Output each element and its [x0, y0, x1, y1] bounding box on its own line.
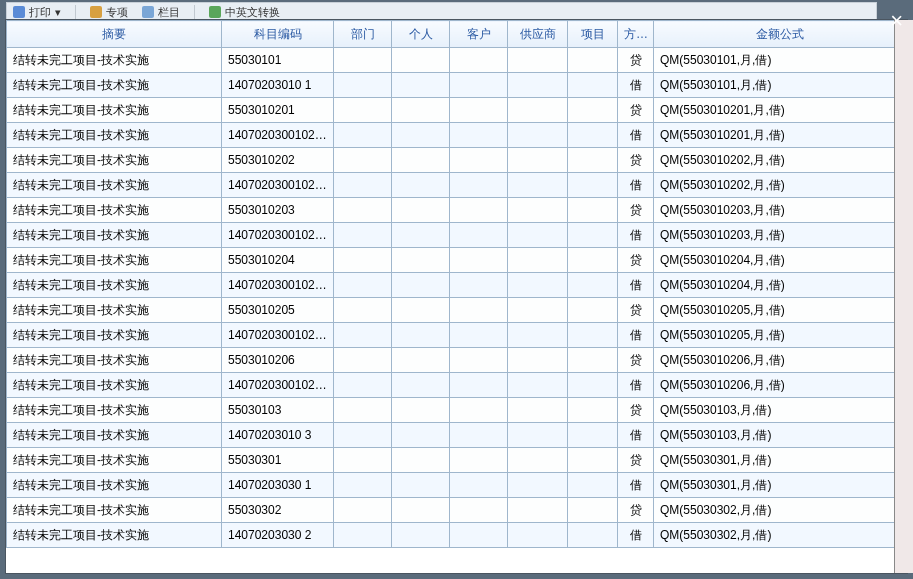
- cell-person: [392, 298, 450, 323]
- cell-direction: 贷: [618, 398, 654, 423]
- cell-formula: QM(5503010204,月,借): [654, 273, 907, 298]
- table-row[interactable]: 结转未完工项目-技术实施14070203010 1借QM(55030101,月,…: [7, 73, 907, 98]
- col-customer[interactable]: 客户: [450, 21, 508, 48]
- cell-person: [392, 148, 450, 173]
- col-direction[interactable]: 方向: [618, 21, 654, 48]
- cell-dept: [334, 523, 392, 548]
- cell-dept: [334, 73, 392, 98]
- col-code[interactable]: 科目编码: [222, 21, 334, 48]
- table-row[interactable]: 结转未完工项目-技术实施140702030010206借QM(550301020…: [7, 373, 907, 398]
- toolbar-separator: [194, 5, 195, 19]
- cell-customer: [450, 348, 508, 373]
- cell-supplier: [508, 323, 568, 348]
- cell-dept: [334, 323, 392, 348]
- special-button[interactable]: 专项: [90, 5, 128, 20]
- table-row[interactable]: 结转未完工项目-技术实施14070203030 2借QM(55030302,月,…: [7, 523, 907, 548]
- cell-summary: 结转未完工项目-技术实施: [7, 423, 222, 448]
- cell-code: 55030302: [222, 498, 334, 523]
- cell-project: [568, 523, 618, 548]
- cell-dept: [334, 423, 392, 448]
- col-supplier[interactable]: 供应商: [508, 21, 568, 48]
- cell-summary: 结转未完工项目-技术实施: [7, 73, 222, 98]
- cell-direction: 借: [618, 273, 654, 298]
- cell-project: [568, 473, 618, 498]
- table-row[interactable]: 结转未完工项目-技术实施14070203010 3借QM(55030103,月,…: [7, 423, 907, 448]
- cell-customer: [450, 173, 508, 198]
- cell-person: [392, 398, 450, 423]
- cell-direction: 贷: [618, 498, 654, 523]
- table-row[interactable]: 结转未完工项目-技术实施5503010205贷QM(5503010205,月,借…: [7, 298, 907, 323]
- table-row[interactable]: 结转未完工项目-技术实施140702030010204借QM(550301020…: [7, 273, 907, 298]
- close-icon[interactable]: ×: [890, 10, 903, 32]
- toolbar-separator: [75, 5, 76, 19]
- cell-summary: 结转未完工项目-技术实施: [7, 98, 222, 123]
- cell-formula: QM(5503010201,月,借): [654, 98, 907, 123]
- table-row[interactable]: 结转未完工项目-技术实施5503010203贷QM(5503010203,月,借…: [7, 198, 907, 223]
- cell-formula: QM(5503010202,月,借): [654, 173, 907, 198]
- col-summary[interactable]: 摘要: [7, 21, 222, 48]
- cell-summary: 结转未完工项目-技术实施: [7, 448, 222, 473]
- table-row[interactable]: 结转未完工项目-技术实施55030301贷QM(55030301,月,借): [7, 448, 907, 473]
- print-button[interactable]: 打印 ▾: [13, 5, 61, 20]
- col-formula[interactable]: 金额公式: [654, 21, 907, 48]
- cell-supplier: [508, 73, 568, 98]
- table-row[interactable]: 结转未完工项目-技术实施140702030010201借QM(550301020…: [7, 123, 907, 148]
- cell-formula: QM(5503010204,月,借): [654, 248, 907, 273]
- cell-code: 140702030010204: [222, 273, 334, 298]
- table-row[interactable]: 结转未完工项目-技术实施140702030010203借QM(550301020…: [7, 223, 907, 248]
- table-row[interactable]: 结转未完工项目-技术实施55030302贷QM(55030302,月,借): [7, 498, 907, 523]
- cell-direction: 贷: [618, 248, 654, 273]
- column-button[interactable]: 栏目: [142, 5, 180, 20]
- cell-formula: QM(55030301,月,借): [654, 473, 907, 498]
- cell-person: [392, 473, 450, 498]
- cell-dept: [334, 348, 392, 373]
- col-dept[interactable]: 部门: [334, 21, 392, 48]
- cell-formula: QM(55030101,月,借): [654, 73, 907, 98]
- data-panel: 摘要 科目编码 部门 个人 客户 供应商 项目 方向 金额公式 结转未完工项目-…: [6, 20, 907, 573]
- cell-direction: 贷: [618, 98, 654, 123]
- table-row[interactable]: 结转未完工项目-技术实施55030103贷QM(55030103,月,借): [7, 398, 907, 423]
- cell-summary: 结转未完工项目-技术实施: [7, 323, 222, 348]
- table-row[interactable]: 结转未完工项目-技术实施5503010204贷QM(5503010204,月,借…: [7, 248, 907, 273]
- convert-button[interactable]: 中英文转换: [209, 5, 280, 20]
- cell-dept: [334, 173, 392, 198]
- cell-direction: 借: [618, 173, 654, 198]
- cell-direction: 借: [618, 323, 654, 348]
- cell-customer: [450, 98, 508, 123]
- cell-code: 5503010201: [222, 98, 334, 123]
- table-row[interactable]: 结转未完工项目-技术实施5503010201贷QM(5503010201,月,借…: [7, 98, 907, 123]
- cell-person: [392, 423, 450, 448]
- printer-icon: [13, 6, 25, 18]
- col-project[interactable]: 项目: [568, 21, 618, 48]
- table-row[interactable]: 结转未完工项目-技术实施55030101贷QM(55030101,月,借): [7, 48, 907, 73]
- cell-code: 140702030010202: [222, 173, 334, 198]
- cell-summary: 结转未完工项目-技术实施: [7, 498, 222, 523]
- cell-supplier: [508, 398, 568, 423]
- cell-summary: 结转未完工项目-技术实施: [7, 348, 222, 373]
- table-row[interactable]: 结转未完工项目-技术实施5503010206贷QM(5503010206,月,借…: [7, 348, 907, 373]
- cell-code: 140702030010205: [222, 323, 334, 348]
- cell-dept: [334, 298, 392, 323]
- table-row[interactable]: 结转未完工项目-技术实施140702030010202借QM(550301020…: [7, 173, 907, 198]
- cell-project: [568, 498, 618, 523]
- cell-summary: 结转未完工项目-技术实施: [7, 173, 222, 198]
- table-row[interactable]: 结转未完工项目-技术实施140702030010205借QM(550301020…: [7, 323, 907, 348]
- cell-supplier: [508, 523, 568, 548]
- cell-supplier: [508, 473, 568, 498]
- cell-supplier: [508, 273, 568, 298]
- cell-formula: QM(55030101,月,借): [654, 48, 907, 73]
- cell-project: [568, 123, 618, 148]
- cell-code: 14070203010 1: [222, 73, 334, 98]
- cell-person: [392, 348, 450, 373]
- cell-project: [568, 48, 618, 73]
- col-person[interactable]: 个人: [392, 21, 450, 48]
- cell-project: [568, 348, 618, 373]
- cell-project: [568, 323, 618, 348]
- cell-dept: [334, 448, 392, 473]
- cell-supplier: [508, 248, 568, 273]
- cell-summary: 结转未完工项目-技术实施: [7, 248, 222, 273]
- table-row[interactable]: 结转未完工项目-技术实施14070203030 1借QM(55030301,月,…: [7, 473, 907, 498]
- toolbar: 打印 ▾ 专项 栏目 中英文转换: [6, 2, 877, 22]
- table-row[interactable]: 结转未完工项目-技术实施5503010202贷QM(5503010202,月,借…: [7, 148, 907, 173]
- cell-customer: [450, 298, 508, 323]
